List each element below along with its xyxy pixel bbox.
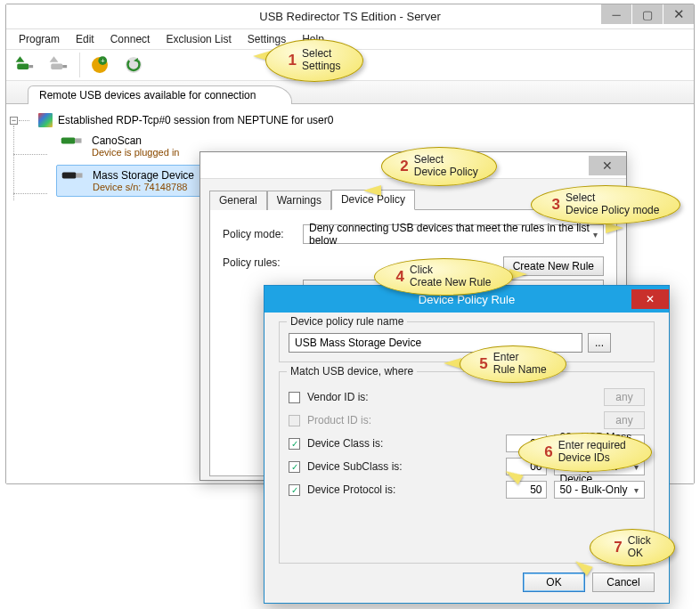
close-button[interactable]: ✕ [663,4,694,24]
checkbox-protocol[interactable]: ✓ [289,484,300,496]
main-tab-strip: Remote USB devices available for connect… [6,81,694,104]
browse-button[interactable]: ... [588,333,611,353]
menu-connect[interactable]: Connect [103,31,158,47]
policy-mode-select[interactable]: Deny connecting USB devices that meet th… [303,224,604,244]
maximize-button[interactable]: ▢ [632,4,663,24]
cancel-button[interactable]: Cancel [592,572,655,592]
subclass-label: Device SubClass is: [307,460,412,473]
tab-general[interactable]: General [209,191,267,210]
vendor-label: Vendor ID is: [307,391,412,403]
rule-name-value: USB Mass Storage Device [295,337,421,349]
window-controls: ─ ▢ ✕ [600,4,694,24]
protocol-label: Device Protocol is: [307,483,412,496]
checkbox-class[interactable]: ✓ [289,438,300,450]
settings-close-button[interactable]: ✕ [589,156,626,175]
svg-rect-0 [17,63,28,69]
product-input: any [604,411,645,429]
callout-1: 1 Select Settings [265,39,363,82]
callout-6: 6 Enter required Device IDs [518,433,652,472]
protocol-combo[interactable]: 50 - Bulk-Only▾ [554,481,646,499]
dialog-buttons: OK Cancel [279,572,655,592]
rule-name-group-label: Device policy rule name [287,315,407,328]
row-device-protocol: ✓ Device Protocol is: 50 50 - Bulk-Only▾ [289,481,645,499]
toolbar-add-icon[interactable]: + [84,51,116,79]
callout-4: 4 Click Create New Rule [374,258,513,296]
policy-mode-label: Policy mode: [223,228,294,240]
toolbar-separator [79,53,80,77]
menu-program[interactable]: Program [12,31,67,47]
callout-2: 2 Select Device Policy [381,147,497,186]
tree-line [13,193,47,194]
session-label: Established RDP-Tcp#0 session from NEPTU… [58,114,333,126]
callout-pointer [444,358,461,369]
callout-5: 5 Enter Rule Name [460,345,566,383]
svg-rect-10 [62,173,77,179]
checkbox-subclass[interactable]: ✓ [289,461,300,473]
tab-remote-devices[interactable]: Remote USB devices available for connect… [28,85,292,104]
window-title: USB Redirector TS Edition - Server [259,10,441,23]
policy-rules-label: Policy rules: [223,256,294,269]
ok-button[interactable]: OK [523,572,585,592]
svg-rect-11 [77,173,83,177]
row-product-id: ✓ Product ID is: any [289,411,645,429]
product-label: Product ID is: [307,414,412,426]
match-group-label: Match USB device, where [287,365,417,378]
svg-rect-1 [28,65,33,68]
svg-rect-9 [76,138,82,142]
tab-warnings[interactable]: Warnings [267,191,331,210]
policy-mode-value: Deny connecting USB devices that meet th… [309,222,593,247]
toolbar-refresh-icon[interactable] [118,51,150,79]
windows-icon [38,113,53,127]
tree-collapse-icon[interactable]: − [10,117,18,125]
usb-icon [60,134,85,147]
checkbox-vendor[interactable]: ✓ [289,392,300,403]
device-name: CanoScan [92,134,179,147]
toolbar-connect-icon[interactable] [10,51,42,79]
titlebar: USB Redirector TS Edition - Server ─ ▢ ✕ [6,4,694,29]
menu-edit[interactable]: Edit [69,31,102,47]
tree-session-row[interactable]: Established RDP-Tcp#0 session from NEPTU… [38,113,687,127]
chevron-down-icon: ▾ [634,485,639,495]
device-status: Device s/n: 74148788 [93,182,194,192]
tree-line [13,154,47,155]
svg-text:+: + [101,57,105,65]
device-status: Device is plugged in [92,147,179,158]
tree-device-mass-storage[interactable]: Mass Storage Device Device s/n: 74148788 [56,165,216,197]
vendor-input: any [604,388,645,406]
row-vendor-id: ✓ Vendor ID is: any [289,388,645,406]
usb-icon [61,169,85,182]
svg-rect-2 [51,63,62,69]
toolbar-disconnect-icon[interactable] [44,51,76,79]
class-label: Device Class is: [307,437,412,450]
checkbox-product: ✓ [289,415,300,426]
device-name: Mass Storage Device [93,169,194,182]
callout-7: 7 Click OK [590,529,675,566]
menu-exclusion-list[interactable]: Exclusion List [159,31,238,47]
tree-line [19,120,29,121]
protocol-input[interactable]: 50 [506,481,547,499]
callout-pointer [363,185,381,196]
svg-rect-8 [61,138,76,144]
chevron-down-icon: ▾ [593,230,598,240]
svg-rect-3 [62,65,67,68]
callout-3: 3 Select Device Policy mode [531,185,680,224]
tree-line [13,126,14,200]
minimize-button[interactable]: ─ [601,4,631,24]
